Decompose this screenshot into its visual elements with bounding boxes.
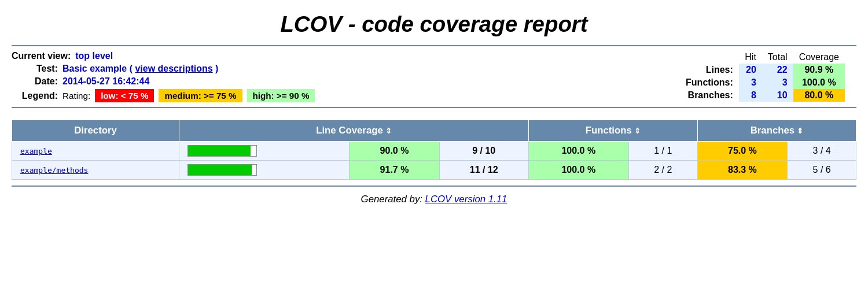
current-view-row: Current view: top level	[12, 51, 315, 61]
stats-section: Hit Total Coverage Lines: 20 22 90.9 % F…	[680, 51, 845, 102]
table-row: example/methods 91.7 % 11 / 12 100.0 % 2…	[12, 161, 856, 180]
stats-row-label: Lines:	[680, 64, 739, 76]
lcov-link[interactable]: LCOV version 1.11	[425, 194, 507, 205]
col-header-branches[interactable]: Branches	[697, 120, 856, 142]
stats-hit-val: 3	[739, 76, 762, 89]
stats-total-val: 22	[762, 64, 793, 76]
directory-link[interactable]: example	[20, 147, 52, 155]
stats-total-val: 3	[762, 76, 793, 89]
bar-fill	[188, 165, 252, 175]
branch-pct-cell: 75.0 %	[697, 142, 788, 161]
badge-medium: medium: >= 75 %	[159, 89, 242, 102]
stats-total-header: Total	[762, 51, 793, 64]
main-data-table: Directory Line Coverage Functions Branch…	[12, 120, 856, 180]
line-pct-cell: 90.0 %	[350, 142, 440, 161]
col-header-directory: Directory	[12, 120, 179, 142]
info-left: Current view: top level Test: Basic exam…	[12, 51, 315, 102]
current-view-value: top level	[75, 51, 113, 61]
col-header-functions[interactable]: Functions	[528, 120, 697, 142]
line-ratio-cell: 9 / 10	[439, 142, 528, 161]
view-descriptions-link[interactable]: view descriptions	[135, 64, 212, 73]
rating-label: Rating:	[62, 91, 90, 101]
func-ratio-cell: 2 / 2	[628, 161, 697, 180]
branch-ratio-cell: 5 / 6	[788, 161, 856, 180]
stats-coverage-val: 90.9 %	[793, 64, 845, 76]
page-title: LCOV - code coverage report	[12, 6, 856, 45]
test-row: Test: Basic example ( view descriptions …	[12, 64, 315, 74]
test-label: Test:	[12, 64, 58, 74]
footer: Generated by: LCOV version 1.11	[12, 186, 856, 212]
info-section: Current view: top level Test: Basic exam…	[12, 45, 856, 108]
directory-link[interactable]: example/methods	[20, 166, 88, 175]
func-pct-cell: 100.0 %	[528, 142, 628, 161]
stats-coverage-val: 100.0 %	[793, 76, 845, 89]
date-value: 2014-05-27 16:42:44	[62, 76, 149, 87]
stats-hit-val: 20	[739, 64, 762, 76]
bar-cell	[179, 161, 350, 180]
bar-container	[187, 164, 257, 176]
date-label: Date:	[12, 76, 58, 87]
current-view-label: Current view:	[12, 51, 71, 61]
stats-table: Hit Total Coverage Lines: 20 22 90.9 % F…	[680, 51, 845, 102]
table-row: example 90.0 % 9 / 10 100.0 % 1 / 1 75.0…	[12, 142, 856, 161]
footer-text: Generated by:	[361, 194, 425, 205]
badge-high: high: >= 90 %	[247, 89, 315, 102]
legend-label: Legend:	[12, 91, 58, 101]
badge-low: low: < 75 %	[95, 89, 154, 102]
stats-total-val: 10	[762, 89, 793, 102]
stats-hit-val: 8	[739, 89, 762, 102]
test-value: Basic example ( view descriptions )	[62, 64, 218, 74]
line-ratio-cell: 11 / 12	[439, 161, 528, 180]
date-row: Date: 2014-05-27 16:42:44	[12, 76, 315, 87]
legend-row: Legend: Rating: low: < 75 % medium: >= 7…	[12, 89, 315, 102]
bar-cell	[179, 142, 350, 161]
stats-coverage-val: 80.0 %	[793, 89, 845, 102]
branch-pct-cell: 83.3 %	[697, 161, 788, 180]
col-header-line-coverage[interactable]: Line Coverage	[179, 120, 529, 142]
stats-coverage-header: Coverage	[793, 51, 845, 64]
stats-hit-header: Hit	[739, 51, 762, 64]
func-pct-cell: 100.0 %	[528, 161, 628, 180]
directory-cell: example/methods	[12, 161, 179, 180]
bar-fill	[188, 146, 251, 156]
directory-cell: example	[12, 142, 179, 161]
bar-container	[187, 145, 257, 157]
stats-row-label: Functions:	[680, 76, 739, 89]
branch-ratio-cell: 3 / 4	[788, 142, 856, 161]
func-ratio-cell: 1 / 1	[628, 142, 697, 161]
line-pct-cell: 91.7 %	[350, 161, 440, 180]
main-table-wrapper: Directory Line Coverage Functions Branch…	[12, 120, 856, 180]
stats-row-label: Branches:	[680, 89, 739, 102]
